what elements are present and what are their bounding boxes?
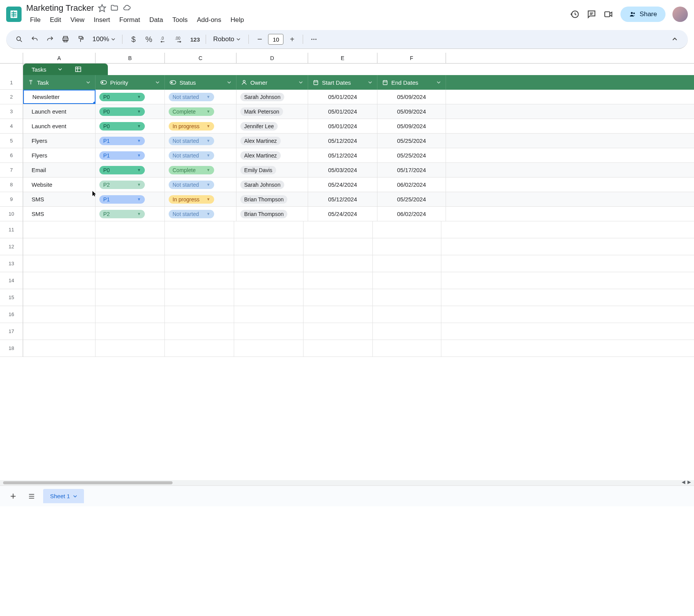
menu-file[interactable]: File	[26, 15, 44, 25]
empty-cell[interactable]	[303, 340, 373, 357]
table-header-task[interactable]: Task	[23, 75, 96, 90]
row-header[interactable]: 5	[0, 134, 23, 148]
status-pill[interactable]: In progress▼	[169, 195, 214, 204]
empty-cell[interactable]	[23, 238, 96, 255]
empty-cell[interactable]	[373, 238, 441, 255]
empty-cell[interactable]	[165, 221, 234, 238]
print-icon[interactable]	[59, 32, 72, 46]
scroll-left-icon[interactable]: ◀	[682, 479, 685, 485]
end-date-cell[interactable]: 05/25/2024	[377, 134, 446, 148]
start-date-cell[interactable]: 05/12/2024	[308, 192, 377, 206]
empty-cell[interactable]	[373, 289, 441, 306]
account-avatar[interactable]	[672, 7, 688, 22]
owner-chip[interactable]: Jennifer Lee	[240, 122, 278, 131]
menu-tools[interactable]: Tools	[169, 15, 192, 25]
priority-pill[interactable]: P0▼	[99, 107, 145, 116]
task-cell[interactable]: Flyers	[23, 134, 96, 148]
share-button[interactable]: Share	[620, 7, 666, 22]
table-header-priority[interactable]: Priority	[96, 75, 165, 90]
empty-cell[interactable]	[373, 221, 441, 238]
status-pill[interactable]: In progress▼	[169, 122, 214, 131]
row-header[interactable]: 10	[0, 207, 23, 221]
col-header-E[interactable]: E	[308, 53, 377, 63]
end-date-cell[interactable]: 05/25/2024	[377, 148, 446, 162]
priority-cell[interactable]: P1▼	[96, 148, 165, 162]
history-icon[interactable]	[570, 9, 580, 19]
currency-icon[interactable]: $	[126, 32, 140, 46]
empty-row[interactable]	[23, 306, 694, 323]
start-date-cell[interactable]: 05/01/2024	[308, 104, 377, 119]
priority-cell[interactable]: P1▼	[96, 192, 165, 206]
empty-row[interactable]	[23, 255, 694, 272]
empty-cell[interactable]	[303, 323, 373, 340]
priority-cell[interactable]: P0▼	[96, 163, 165, 177]
chevron-down-icon[interactable]	[436, 80, 441, 85]
empty-cell[interactable]	[165, 323, 234, 340]
task-cell[interactable]: Email	[23, 163, 96, 177]
priority-pill[interactable]: P0▼	[99, 122, 145, 131]
status-pill[interactable]: Not started▼	[169, 181, 214, 189]
status-cell[interactable]: In progress▼	[165, 192, 236, 206]
percent-icon[interactable]: %	[142, 32, 156, 46]
row-header[interactable]: 15	[0, 289, 23, 306]
empty-cell[interactable]	[96, 340, 165, 357]
priority-pill[interactable]: P2▼	[99, 181, 145, 189]
horizontal-scrollbar[interactable]: ◀ ▶	[0, 480, 694, 485]
owner-cell[interactable]: Brian Thompson	[236, 192, 308, 206]
font-size-decrease[interactable]: −	[253, 32, 267, 46]
redo-icon[interactable]	[43, 32, 57, 46]
col-header-A[interactable]: A	[23, 53, 96, 63]
end-date-cell[interactable]: 05/25/2024	[377, 192, 446, 206]
undo-icon[interactable]	[28, 32, 42, 46]
owner-chip[interactable]: Brian Thompson	[240, 210, 287, 218]
owner-cell[interactable]: Brian Thompson	[236, 207, 308, 221]
empty-row[interactable]	[23, 289, 694, 306]
start-date-cell[interactable]: 05/03/2024	[308, 163, 377, 177]
menu-help[interactable]: Help	[227, 15, 248, 25]
menu-format[interactable]: Format	[116, 15, 144, 25]
status-cell[interactable]: Complete▼	[165, 104, 236, 119]
status-pill[interactable]: Not started▼	[169, 151, 214, 160]
empty-cell[interactable]	[373, 340, 441, 357]
priority-pill[interactable]: P0▼	[99, 166, 145, 174]
owner-cell[interactable]: Sarah Johnson	[236, 90, 308, 104]
row-header[interactable]: 18	[0, 340, 23, 357]
end-date-cell[interactable]: 06/02/2024	[377, 177, 446, 192]
priority-cell[interactable]: P0▼	[96, 119, 165, 133]
empty-cell[interactable]	[373, 323, 441, 340]
status-pill[interactable]: Not started▼	[169, 93, 214, 101]
empty-cell[interactable]	[303, 272, 373, 289]
empty-cell[interactable]	[303, 306, 373, 323]
empty-cell[interactable]	[303, 221, 373, 238]
cloud-status-icon[interactable]	[122, 4, 131, 12]
col-header-F[interactable]: F	[377, 53, 446, 63]
increase-decimal-icon[interactable]: .00	[173, 32, 186, 46]
paint-format-icon[interactable]	[74, 32, 88, 46]
empty-cell[interactable]	[303, 255, 373, 272]
empty-cell[interactable]	[234, 306, 303, 323]
status-pill[interactable]: Not started▼	[169, 137, 214, 145]
owner-chip[interactable]: Mark Peterson	[240, 107, 283, 116]
owner-cell[interactable]: Alex Martinez	[236, 134, 308, 148]
owner-cell[interactable]: Sarah Johnson	[236, 177, 308, 192]
status-cell[interactable]: Complete▼	[165, 163, 236, 177]
empty-cell[interactable]	[234, 340, 303, 357]
empty-cell[interactable]	[373, 306, 441, 323]
priority-cell[interactable]: P2▼	[96, 177, 165, 192]
chevron-down-icon[interactable]	[298, 80, 303, 85]
empty-cell[interactable]	[23, 323, 96, 340]
start-date-cell[interactable]: 05/24/2024	[308, 177, 377, 192]
chevron-down-icon[interactable]	[155, 80, 160, 85]
empty-row[interactable]	[23, 323, 694, 340]
all-sheets-icon[interactable]	[25, 489, 39, 503]
table-header-start-dates[interactable]: Start Dates	[308, 75, 377, 90]
status-pill[interactable]: Complete▼	[169, 166, 214, 174]
more-toolbar-icon[interactable]	[307, 32, 321, 46]
task-cell[interactable]: Launch event	[23, 119, 96, 133]
empty-cell[interactable]	[165, 255, 234, 272]
format-123-icon[interactable]: 123	[188, 32, 202, 46]
empty-cell[interactable]	[165, 272, 234, 289]
sheet-tab[interactable]: Sheet 1	[43, 489, 84, 503]
empty-cell[interactable]	[96, 238, 165, 255]
empty-cell[interactable]	[23, 221, 96, 238]
